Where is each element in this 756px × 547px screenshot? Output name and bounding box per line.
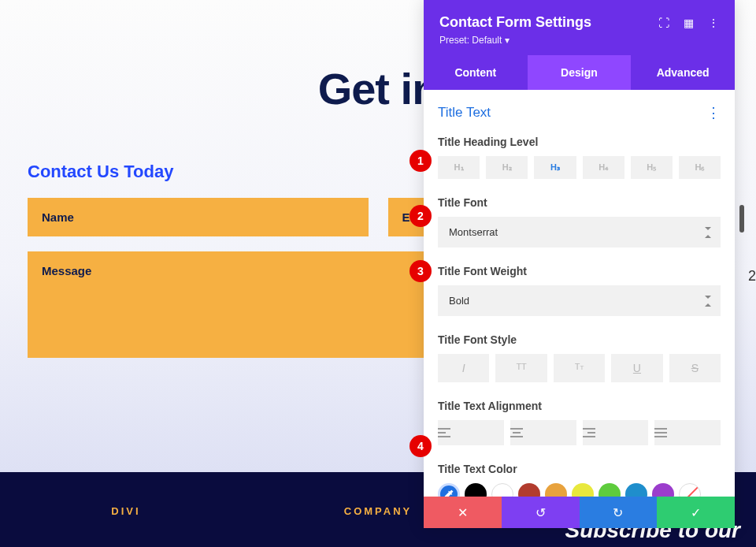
annotation-2: 2 (410, 205, 432, 227)
panel-header: Contact Form Settings ⛶ ▦ ⋮ Preset: Defa… (424, 0, 735, 55)
align-justify-button[interactable] (654, 420, 721, 445)
annotation-4: 4 (410, 435, 432, 457)
annotation-3: 3 (410, 260, 432, 282)
color-blue[interactable] (625, 483, 647, 497)
cancel-button[interactable]: ✕ (424, 497, 502, 528)
h1-button[interactable]: H₁ (438, 156, 480, 179)
h6-button[interactable]: H₆ (679, 156, 721, 179)
redo-button[interactable]: ↻ (580, 497, 658, 528)
color-yellow[interactable] (572, 483, 594, 497)
section-title[interactable]: Title Text (438, 105, 491, 121)
cropped-number: 2 (748, 268, 756, 285)
footer-divi[interactable]: DIVI (111, 505, 140, 517)
italic-button[interactable]: I (438, 354, 489, 382)
panel-title: Contact Form Settings (439, 14, 591, 31)
h3-button[interactable]: H₃ (534, 156, 576, 179)
footer-company[interactable]: COMPANY (344, 505, 412, 517)
tabs: Content Design Advanced (424, 55, 735, 90)
weight-select[interactable]: Bold (438, 285, 721, 316)
font-select[interactable]: Montserrat (438, 217, 721, 247)
align-label: Title Text Alignment (438, 400, 721, 412)
tab-design[interactable]: Design (528, 55, 632, 90)
tab-advanced[interactable]: Advanced (631, 55, 735, 90)
color-label: Title Text Color (438, 463, 721, 475)
color-white[interactable] (491, 483, 513, 497)
section-menu-icon[interactable]: ⋮ (706, 104, 721, 121)
color-none[interactable] (679, 483, 701, 497)
annotation-1: 1 (410, 150, 432, 172)
h4-button[interactable]: H₄ (583, 156, 624, 179)
color-red[interactable] (518, 483, 540, 497)
color-picker-button[interactable] (438, 483, 460, 497)
style-label: Title Font Style (438, 333, 721, 346)
name-input[interactable]: Name (28, 198, 369, 236)
tab-content[interactable]: Content (424, 55, 528, 90)
color-black[interactable] (465, 483, 487, 497)
grid-icon[interactable]: ▦ (684, 17, 694, 29)
font-label: Title Font (438, 196, 721, 209)
color-purple[interactable] (652, 483, 674, 497)
action-bar: ✕ ↺ ↻ ✓ (424, 497, 735, 528)
color-orange[interactable] (545, 483, 567, 497)
underline-button[interactable]: U (611, 354, 662, 382)
smallcaps-button[interactable]: TT (554, 354, 605, 382)
strikethrough-button[interactable]: S (669, 354, 721, 382)
weight-label: Title Font Weight (438, 265, 721, 277)
expand-icon[interactable]: ⛶ (658, 17, 669, 29)
heading-level-label: Title Heading Level (438, 136, 721, 148)
color-green[interactable] (598, 483, 621, 497)
settings-panel: Contact Form Settings ⛶ ▦ ⋮ Preset: Defa… (424, 0, 735, 528)
confirm-button[interactable]: ✓ (657, 497, 735, 528)
align-right-button[interactable] (583, 420, 649, 445)
preset-selector[interactable]: Preset: Default ▾ (439, 35, 719, 46)
undo-button[interactable]: ↺ (502, 497, 580, 528)
align-center-button[interactable] (510, 420, 576, 445)
scrollbar-handle[interactable] (739, 205, 744, 233)
align-left-button[interactable] (438, 420, 504, 445)
menu-icon[interactable]: ⋮ (708, 17, 719, 29)
h5-button[interactable]: H₅ (631, 156, 673, 179)
h2-button[interactable]: H₂ (486, 156, 528, 179)
uppercase-button[interactable]: TT (495, 354, 547, 382)
panel-body: Title Text ⋮ Title Heading Level H₁ H₂ H… (424, 90, 735, 497)
